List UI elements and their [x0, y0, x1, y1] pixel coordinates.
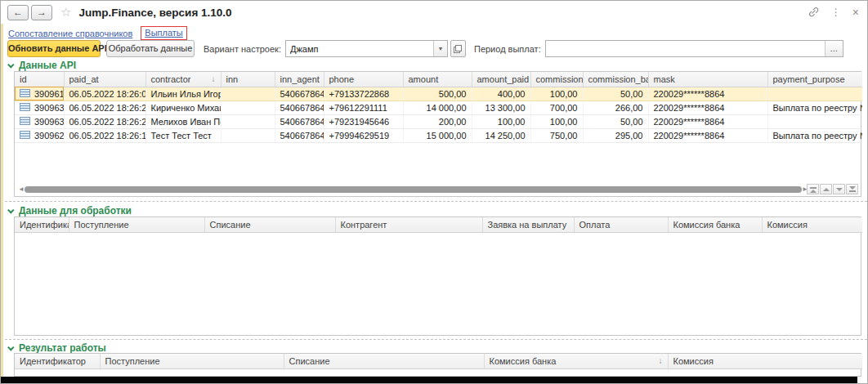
sort-descending-icon: ↓	[659, 356, 663, 365]
col-id[interactable]: id	[15, 72, 64, 87]
process-data-button[interactable]: Обработать данные	[106, 40, 195, 57]
result-grid: Идентификатор Поступление Списание Комис…	[14, 353, 861, 377]
col-payment-purpose[interactable]: payment_purpose	[767, 72, 862, 87]
col-mask[interactable]: mask	[648, 72, 767, 87]
processing-header-row: Идентификатор Поступление Списание Контр…	[15, 217, 862, 232]
col-commission[interactable]: Комиссия	[762, 217, 862, 232]
col-commission[interactable]: commission	[530, 72, 583, 87]
table-row[interactable]: 39096399 06.05.2022 18:26:23Кириченко Ми…	[15, 100, 862, 114]
col-incoming[interactable]: Поступление	[100, 354, 284, 368]
period-label: Период выплат:	[474, 44, 541, 54]
horizontal-scrollbar: ◄ ►	[18, 185, 808, 194]
processing-section-header[interactable]: Данные для обработки	[9, 205, 132, 217]
col-bank-commission[interactable]: Комиссия банка↓	[484, 354, 668, 368]
period-more-button[interactable]: ...	[825, 41, 843, 56]
bottom-edge	[1, 377, 857, 383]
scroll-to-bottom-button[interactable]	[846, 184, 858, 194]
col-commission-bank[interactable]: commission_bank	[583, 72, 648, 87]
table-row[interactable]: 39096259 06.05.2022 18:26:13Тест Тест Те…	[15, 128, 862, 142]
record-icon	[20, 89, 30, 99]
settings-variant-input[interactable]	[286, 41, 433, 56]
scrollbar-thumb[interactable]	[25, 186, 802, 193]
settings-variant-label: Вариант настроек:	[204, 44, 281, 54]
close-icon[interactable]: ×	[852, 6, 859, 19]
window-title: Jump.Finance, версия 1.10.0	[78, 7, 231, 19]
api-table: id paid_at contractor↓ inn inn_agent pho…	[15, 72, 862, 143]
app-window: ← → ☆ Jump.Finance, версия 1.10.0 ⋮ × Со…	[0, 0, 868, 384]
api-header-row: id paid_at contractor↓ inn inn_agent pho…	[15, 72, 862, 87]
col-inn-agent[interactable]: inn_agent	[275, 72, 324, 87]
favorite-star-icon[interactable]: ☆	[60, 5, 71, 20]
collapse-chevron-icon[interactable]	[7, 344, 14, 351]
col-counterparty[interactable]: Контрагент	[335, 217, 482, 232]
col-bank-commission[interactable]: Комиссия банка	[668, 217, 762, 232]
nav-link-mapping[interactable]: Сопоставление справочников	[8, 29, 132, 38]
api-section-header[interactable]: Данные API	[9, 60, 76, 71]
col-amount[interactable]: amount	[403, 72, 472, 87]
result-section-title: Результат работы	[19, 342, 106, 354]
col-inn[interactable]: inn	[221, 72, 275, 87]
col-identifier[interactable]: Идентификатор	[15, 217, 69, 232]
section-splitter[interactable]	[1, 339, 867, 340]
col-payout-request[interactable]: Заявка на выплату	[482, 217, 574, 232]
nav-links: Сопоставление справочников Выплаты	[8, 26, 187, 40]
scroll-left-icon[interactable]: ◄	[18, 185, 25, 194]
record-icon	[20, 117, 30, 127]
api-grid: id paid_at contractor↓ inn inn_agent pho…	[14, 71, 861, 197]
settings-variant-combo: ▼	[285, 40, 448, 57]
chevron-down-icon[interactable]: ▼	[433, 41, 447, 56]
back-button[interactable]: ←	[7, 5, 29, 20]
result-section-header[interactable]: Результат работы	[9, 342, 106, 354]
col-commission[interactable]: Комиссия	[668, 354, 862, 368]
col-phone[interactable]: phone	[324, 72, 403, 87]
col-writeoff[interactable]: Списание	[204, 217, 335, 232]
grid-nav-buttons	[807, 184, 858, 194]
section-splitter[interactable]	[1, 201, 867, 202]
record-icon	[20, 131, 30, 141]
col-incoming[interactable]: Поступление	[69, 217, 204, 232]
col-writeoff[interactable]: Списание	[284, 354, 484, 368]
page-up-button[interactable]	[820, 184, 832, 194]
processing-grid: Идентификатор Поступление Списание Контр…	[14, 217, 861, 336]
collapse-chevron-icon[interactable]	[7, 61, 14, 68]
collapse-chevron-icon[interactable]	[7, 207, 14, 213]
col-paid-at[interactable]: paid_at	[64, 72, 145, 87]
nav-link-payments[interactable]: Выплаты	[145, 28, 182, 38]
record-icon	[20, 103, 30, 113]
period-input[interactable]	[546, 41, 825, 56]
scroll-to-top-button[interactable]	[807, 184, 819, 194]
form-accent-strip	[1, 24, 3, 378]
table-row[interactable]: 39096163 06.05.2022 18:26:08Ильин Илья И…	[15, 87, 862, 100]
link-icon[interactable]	[808, 6, 820, 20]
toolbar: Обновить данные API Обработать данные Ва…	[7, 40, 861, 57]
processing-section-title: Данные для обработки	[19, 205, 132, 217]
page-down-button[interactable]	[833, 184, 845, 194]
refresh-api-button[interactable]: Обновить данные API	[7, 40, 101, 57]
period-field: ...	[545, 40, 843, 57]
sort-descending-icon: ↓	[212, 74, 216, 83]
more-menu-icon[interactable]: ⋮	[831, 7, 841, 18]
processing-table: Идентификатор Поступление Списание Контр…	[15, 217, 862, 233]
forward-button[interactable]: →	[31, 5, 52, 20]
col-payment[interactable]: Оплата	[574, 217, 668, 232]
settings-choose-icon[interactable]	[450, 40, 466, 57]
result-table: Идентификатор Поступление Списание Комис…	[15, 354, 862, 369]
col-amount-paid[interactable]: amount_paid	[472, 72, 530, 87]
nav-link-payments-highlight: Выплаты	[141, 26, 186, 40]
col-identifier[interactable]: Идентификатор	[15, 354, 100, 368]
table-row[interactable]: 39096354 06.05.2022 18:26:20Мелихов Иван…	[15, 114, 862, 128]
result-header-row: Идентификатор Поступление Списание Комис…	[15, 354, 862, 368]
api-section-title: Данные API	[19, 60, 76, 71]
titlebar: ← → ☆ Jump.Finance, версия 1.10.0 ⋮ ×	[1, 1, 867, 24]
col-contractor[interactable]: contractor↓	[145, 72, 221, 87]
